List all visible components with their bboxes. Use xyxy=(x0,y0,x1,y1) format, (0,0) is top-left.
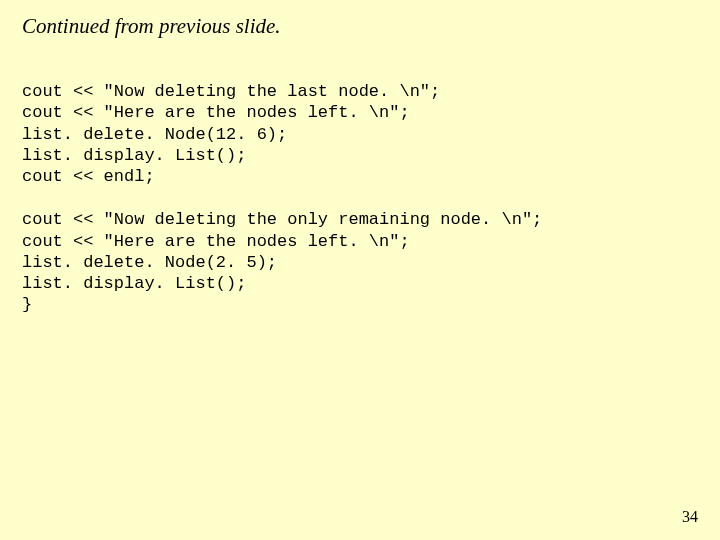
code-block-2: cout << "Now deleting the only remaining… xyxy=(22,209,698,315)
code-block-1: cout << "Now deleting the last node. \n"… xyxy=(22,81,698,187)
continuation-note: Continued from previous slide. xyxy=(22,14,698,39)
page-number: 34 xyxy=(682,508,698,526)
slide-container: Continued from previous slide. cout << "… xyxy=(0,0,720,540)
